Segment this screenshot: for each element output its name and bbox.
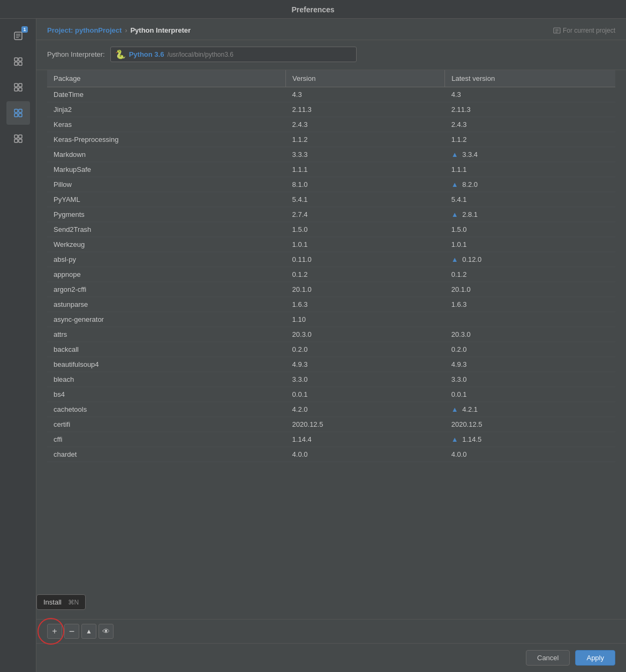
install-tooltip: Install ⌘N [36, 594, 86, 610]
table-row[interactable]: DateTime4.34.3 [47, 87, 615, 102]
col-header-package: Package [47, 70, 286, 87]
table-row[interactable]: Werkzeug1.0.11.0.1 [47, 237, 615, 252]
table-row[interactable]: chardet4.0.04.0.0 [47, 447, 615, 462]
table-row[interactable]: Pillow8.1.0▲ 8.2.0 [47, 177, 615, 192]
apply-button[interactable]: Apply [575, 650, 615, 666]
cell-package: astunparse [47, 297, 286, 312]
sidebar-item-4[interactable] [6, 101, 30, 125]
svg-rect-9 [19, 84, 22, 87]
cell-latest: 2.4.3 [445, 117, 615, 132]
cell-version: 4.0.0 [286, 447, 445, 462]
badge-1: 1 [21, 26, 27, 33]
cell-latest: 1.6.3 [445, 297, 615, 312]
packages-table: Package Version Latest version DateTime4… [47, 70, 615, 462]
cell-latest: 0.2.0 [445, 342, 615, 357]
cell-latest: ▲ 2.8.1 [445, 207, 615, 222]
cell-version: 1.14.4 [286, 432, 445, 447]
cell-package: appnope [47, 267, 286, 282]
sidebar-icon-2 [13, 56, 24, 67]
add-package-button[interactable]: + [47, 624, 62, 639]
cell-version: 0.1.2 [286, 267, 445, 282]
sidebar-item-1[interactable]: 1 [6, 24, 30, 48]
table-row[interactable]: Keras2.4.32.4.3 [47, 117, 615, 132]
cell-package: Keras-Preprocessing [47, 132, 286, 147]
sidebar-item-5[interactable] [6, 127, 30, 150]
cell-latest: ▲ 1.14.5 [445, 432, 615, 447]
table-row[interactable]: beautifulsoup44.9.34.9.3 [47, 357, 615, 372]
cell-package: chardet [47, 447, 286, 462]
table-row[interactable]: appnope0.1.20.1.2 [47, 267, 615, 282]
table-row[interactable]: Markdown3.3.3▲ 3.3.4 [47, 147, 615, 162]
toolbar: + − ▲ 👁 Install ⌘N [36, 619, 626, 643]
cell-version: 1.6.3 [286, 297, 445, 312]
cell-version: 1.0.1 [286, 237, 445, 252]
sidebar-item-2[interactable] [6, 50, 30, 73]
tooltip-shortcut: ⌘N [68, 599, 79, 606]
interpreter-name: Python 3.6 [129, 50, 164, 58]
cell-latest: ▲ 0.12.0 [445, 252, 615, 267]
table-row[interactable]: certifi2020.12.52020.12.5 [47, 417, 615, 432]
cell-latest: 2020.12.5 [445, 417, 615, 432]
cell-latest: 0.0.1 [445, 387, 615, 402]
sidebar-item-3[interactable] [6, 75, 30, 99]
table-row[interactable]: MarkupSafe1.1.11.1.1 [47, 162, 615, 177]
table-row[interactable]: PyYAML5.4.15.4.1 [47, 192, 615, 207]
cell-version: 0.11.0 [286, 252, 445, 267]
svg-rect-17 [19, 135, 22, 138]
sidebar-icon-5 [13, 133, 24, 144]
cell-version: 2.4.3 [286, 117, 445, 132]
cell-package: PyYAML [47, 192, 286, 207]
add-icon: + [52, 626, 57, 636]
cancel-button[interactable]: Cancel [526, 650, 570, 666]
cell-version: 0.2.0 [286, 342, 445, 357]
table-row[interactable]: Send2Trash1.5.01.5.0 [47, 222, 615, 237]
cell-latest: 4.9.3 [445, 357, 615, 372]
table-row[interactable]: bs40.0.10.0.1 [47, 387, 615, 402]
cell-version: 1.1.1 [286, 162, 445, 177]
table-row[interactable]: absl-py0.11.0▲ 0.12.0 [47, 252, 615, 267]
svg-rect-6 [14, 62, 18, 65]
upgrade-package-button[interactable]: ▲ [81, 624, 96, 639]
cell-package: Pygments [47, 207, 286, 222]
remove-package-button[interactable]: − [64, 624, 79, 639]
col-header-version: Version [286, 70, 445, 87]
table-header-row: Package Version Latest version [47, 70, 615, 87]
svg-rect-13 [19, 109, 22, 112]
table-row[interactable]: Keras-Preprocessing1.1.21.1.2 [47, 132, 615, 147]
table-row[interactable]: attrs20.3.020.3.0 [47, 327, 615, 342]
table-row[interactable]: astunparse1.6.31.6.3 [47, 297, 615, 312]
main-layout: 1 [0, 19, 626, 672]
cell-version: 4.2.0 [286, 402, 445, 417]
cell-package: Werkzeug [47, 237, 286, 252]
cell-version: 3.3.3 [286, 147, 445, 162]
cell-package: certifi [47, 417, 286, 432]
table-row[interactable]: async-generator1.10 [47, 312, 615, 327]
cell-latest: 20.3.0 [445, 327, 615, 342]
cell-latest: 20.1.0 [445, 282, 615, 297]
breadcrumb-project[interactable]: Project: pythonProject [47, 26, 122, 34]
cell-version: 20.1.0 [286, 282, 445, 297]
cell-version: 1.10 [286, 312, 445, 327]
interpreter-row: Python Interpreter: 🐍 Python 3.6 /usr/lo… [36, 40, 626, 70]
breadcrumb-current: Python Interpreter [130, 26, 191, 34]
cell-version: 1.1.2 [286, 132, 445, 147]
cell-latest: 1.0.1 [445, 237, 615, 252]
table-row[interactable]: bleach3.3.03.3.0 [47, 372, 615, 387]
cell-latest: 1.1.1 [445, 162, 615, 177]
cell-latest: 1.5.0 [445, 222, 615, 237]
table-row[interactable]: cffi1.14.4▲ 1.14.5 [47, 432, 615, 447]
cell-package: attrs [47, 327, 286, 342]
interpreter-selector[interactable]: 🐍 Python 3.6 /usr/local/bin/python3.6 [110, 47, 357, 62]
svg-rect-14 [14, 114, 18, 117]
svg-rect-19 [19, 139, 22, 142]
project-icon [553, 27, 561, 34]
table-row[interactable]: Pygments2.7.4▲ 2.8.1 [47, 207, 615, 222]
eye-button[interactable]: 👁 [99, 624, 114, 639]
table-row[interactable]: cachetools4.2.0▲ 4.2.1 [47, 402, 615, 417]
table-row[interactable]: argon2-cffi20.1.020.1.0 [47, 282, 615, 297]
svg-rect-15 [19, 114, 22, 117]
cell-package: Jinja2 [47, 102, 286, 117]
cell-version: 3.3.0 [286, 372, 445, 387]
table-row[interactable]: Jinja22.11.32.11.3 [47, 102, 615, 117]
table-row[interactable]: backcall0.2.00.2.0 [47, 342, 615, 357]
